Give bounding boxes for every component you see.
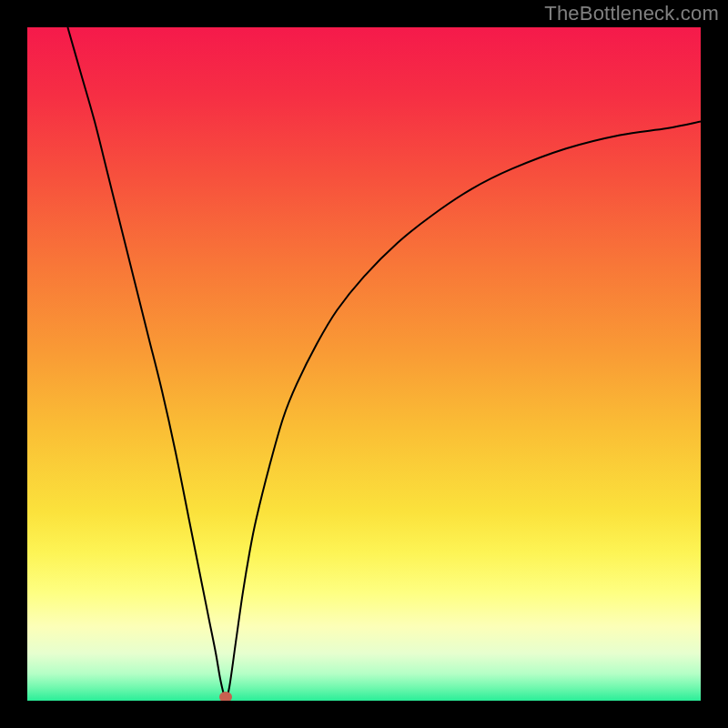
plot-area (27, 27, 701, 701)
minimum-marker (219, 692, 232, 701)
chart-root: TheBottleneck.com (0, 0, 728, 728)
bottleneck-curve (27, 27, 701, 701)
watermark-text: TheBottleneck.com (544, 2, 719, 25)
